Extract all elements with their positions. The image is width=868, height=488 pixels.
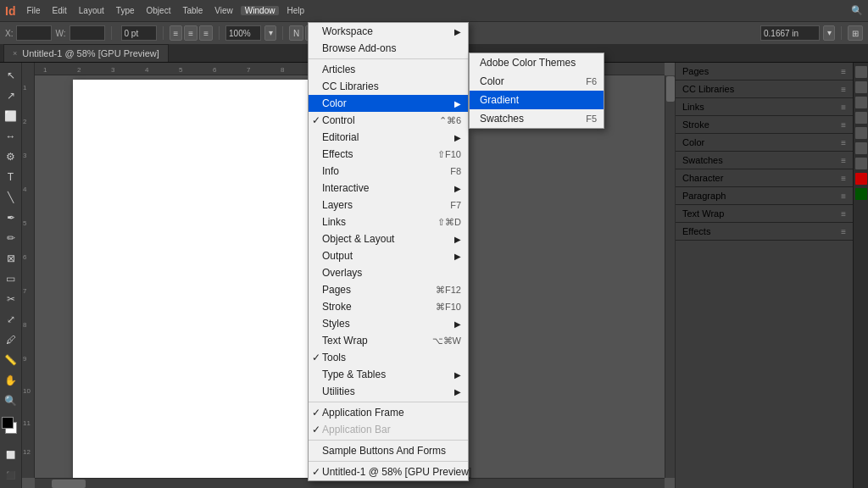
menu-overlays[interactable]: Overlays	[309, 264, 468, 281]
window-dropdown[interactable]: Workspace ▶ Browse Add-ons Articles CC L…	[308, 22, 469, 481]
menu-control[interactable]: ✓ Control ⌃⌘6	[309, 112, 468, 129]
panel-cc-libraries[interactable]: CC Libraries ≡	[676, 80, 853, 98]
menu-color[interactable]: Color ▶	[309, 95, 468, 112]
type-tool[interactable]: T	[2, 168, 20, 186]
menu-type[interactable]: Type	[112, 6, 139, 15]
menu-type-tables[interactable]: Type & Tables ▶	[309, 366, 468, 383]
menu-effects[interactable]: Effects ⇧F10	[309, 146, 468, 163]
menu-window[interactable]: Window	[241, 6, 280, 15]
right-strip-btn-6[interactable]	[855, 142, 867, 154]
right-strip-btn-2[interactable]	[855, 81, 867, 93]
pen-tool[interactable]: ✒	[2, 208, 20, 227]
preview-mode-btn[interactable]: ⬛	[2, 466, 20, 485]
align-left-btn[interactable]: ≡	[170, 25, 183, 41]
measure-tool[interactable]: 📏	[2, 351, 20, 369]
submenu-color[interactable]: Color F6	[470, 72, 604, 91]
menu-app-frame[interactable]: ✓ Application Frame	[309, 404, 468, 421]
zoom-input[interactable]	[225, 25, 261, 41]
menu-editorial[interactable]: Editorial ▶	[309, 129, 468, 146]
menu-untitled-doc[interactable]: ✓ Untitled-1 @ 58% [GPU Preview]	[309, 463, 468, 480]
rectangle-tool[interactable]: ▭	[2, 269, 20, 288]
line-tool[interactable]: ╲	[2, 188, 20, 207]
normal-view-btn[interactable]: N	[289, 25, 303, 41]
menu-text-wrap[interactable]: Text Wrap ⌥⌘W	[309, 332, 468, 349]
menu-browse-addons[interactable]: Browse Add-ons	[309, 40, 468, 57]
sample-buttons-label: Sample Buttons And Forms	[322, 445, 446, 457]
menu-layers[interactable]: Layers F7	[309, 197, 468, 214]
page-tool[interactable]: ⬜	[2, 107, 20, 125]
gap-tool[interactable]: ↔	[2, 127, 20, 146]
menu-articles[interactable]: Articles	[309, 61, 468, 78]
menu-cc-libraries[interactable]: CC Libraries	[309, 78, 468, 95]
align-right-btn[interactable]: ≡	[199, 25, 213, 41]
right-strip-btn-4[interactable]	[855, 112, 867, 124]
eyedropper-tool[interactable]: 🖊	[2, 330, 20, 349]
right-strip-btn-3[interactable]	[855, 97, 867, 108]
hand-tool[interactable]: ✋	[2, 371, 20, 390]
coord-menu-btn[interactable]: ▾	[823, 25, 835, 41]
panel-pages[interactable]: Pages ≡	[676, 63, 853, 80]
right-strip-btn-1[interactable]	[855, 66, 867, 78]
w-input[interactable]	[70, 25, 105, 41]
menu-sample-buttons[interactable]: Sample Buttons And Forms	[309, 442, 468, 459]
color-label: Color	[682, 137, 704, 147]
scrollbar-vertical[interactable]	[665, 75, 675, 478]
menu-app-bar[interactable]: ✓ Application Bar	[309, 421, 468, 438]
menu-pages[interactable]: Pages ⌘F12	[309, 281, 468, 298]
right-strip-btn-green[interactable]	[855, 188, 867, 200]
menu-links[interactable]: Links ⇧⌘D	[309, 214, 468, 230]
foreground-color-swatch[interactable]	[2, 417, 14, 429]
panel-paragraph[interactable]: Paragraph ≡	[676, 187, 853, 205]
menu-table[interactable]: Table	[178, 6, 207, 15]
pt-input[interactable]	[121, 25, 157, 41]
menu-layout[interactable]: Layout	[75, 6, 108, 15]
menu-file[interactable]: File	[22, 6, 44, 15]
color-submenu[interactable]: Adobe Color Themes Color F6 Gradient Swa…	[469, 53, 604, 129]
menu-object-layout[interactable]: Object & Layout ▶	[309, 230, 468, 247]
free-transform-tool[interactable]: ⤢	[2, 310, 20, 329]
select-tool[interactable]: ↖	[2, 66, 20, 85]
submenu-adobe-color-themes[interactable]: Adobe Color Themes	[470, 53, 604, 72]
coord-input[interactable]	[760, 25, 820, 41]
menu-stroke[interactable]: Stroke ⌘F10	[309, 298, 468, 315]
workspace-switcher-btn[interactable]: ⊞	[848, 25, 863, 41]
submenu-gradient[interactable]: Gradient	[470, 91, 604, 109]
normal-mode-btn[interactable]: ⬜	[2, 446, 20, 464]
rectangle-frame-tool[interactable]: ⊠	[2, 249, 20, 268]
panel-swatches[interactable]: Swatches ≡	[676, 152, 853, 169]
scrollbar-thumb-v[interactable]	[666, 76, 675, 102]
panel-color[interactable]: Color ≡	[676, 134, 853, 152]
menu-tools[interactable]: ✓ Tools	[309, 349, 468, 366]
right-strip-btn-red[interactable]	[855, 173, 867, 185]
content-collector-tool[interactable]: ⚙	[2, 147, 20, 166]
close-icon[interactable]: ×	[13, 49, 17, 58]
right-strip-btn-5[interactable]	[855, 127, 867, 139]
scrollbar-thumb-h[interactable]	[52, 480, 86, 488]
submenu-swatches[interactable]: Swatches F5	[470, 109, 604, 128]
x-input[interactable]	[16, 25, 52, 41]
align-center-btn[interactable]: ≡	[184, 25, 198, 41]
scissors-tool[interactable]: ✂	[2, 290, 20, 308]
document-tab[interactable]: × Untitled-1 @ 58% [GPU Preview]	[3, 44, 169, 62]
overlays-label: Overlays	[322, 267, 362, 279]
zoom-btn[interactable]: ▾	[264, 25, 276, 41]
panel-stroke[interactable]: Stroke ≡	[676, 116, 853, 134]
menu-info[interactable]: Info F8	[309, 163, 468, 180]
panel-effects[interactable]: Effects ≡	[676, 223, 853, 241]
menu-view[interactable]: View	[210, 6, 237, 15]
pencil-tool[interactable]: ✏	[2, 229, 20, 247]
menu-object[interactable]: Object	[142, 6, 175, 15]
menu-edit[interactable]: Edit	[48, 6, 71, 15]
menu-styles[interactable]: Styles ▶	[309, 315, 468, 332]
menu-utilities[interactable]: Utilities ▶	[309, 383, 468, 400]
menu-interactive[interactable]: Interactive ▶	[309, 180, 468, 197]
panel-text-wrap[interactable]: Text Wrap ≡	[676, 205, 853, 223]
panel-links[interactable]: Links ≡	[676, 98, 853, 116]
direct-select-tool[interactable]: ↗	[2, 86, 20, 105]
panel-character[interactable]: Character ≡	[676, 169, 853, 187]
menu-output[interactable]: Output ▶	[309, 247, 468, 264]
menu-workspace[interactable]: Workspace ▶	[309, 23, 468, 40]
menu-help[interactable]: Help	[282, 6, 309, 15]
right-strip-btn-7[interactable]	[855, 158, 867, 169]
zoom-tool[interactable]: 🔍	[2, 391, 20, 410]
